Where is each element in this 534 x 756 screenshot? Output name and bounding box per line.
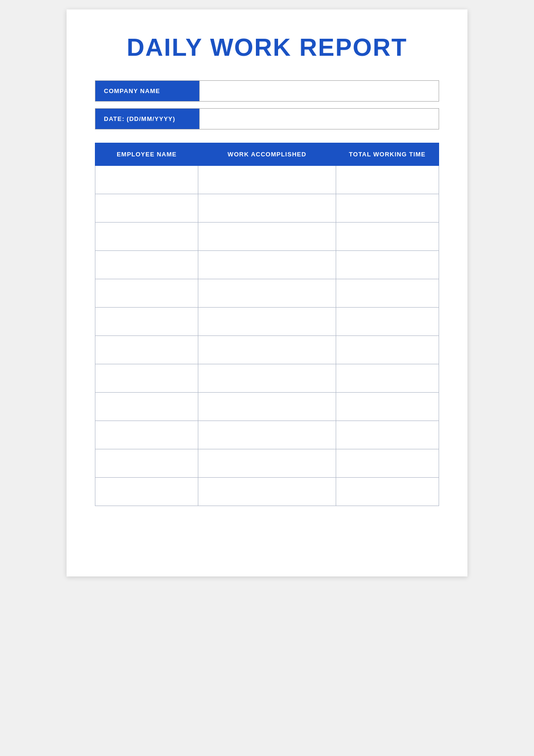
cell-employee[interactable]	[95, 279, 198, 308]
cell-time[interactable]	[336, 336, 439, 364]
cell-time[interactable]	[336, 364, 439, 393]
cell-employee[interactable]	[95, 393, 198, 421]
cell-work[interactable]	[198, 478, 336, 506]
cell-time[interactable]	[336, 449, 439, 478]
header-employee-name: EMPLOYEE NAME	[95, 143, 198, 166]
cell-work[interactable]	[198, 308, 336, 336]
cell-employee[interactable]	[95, 336, 198, 364]
table-row	[95, 166, 439, 194]
table-row	[95, 449, 439, 478]
table-row	[95, 364, 439, 393]
cell-time[interactable]	[336, 223, 439, 251]
table-row	[95, 279, 439, 308]
table-row	[95, 223, 439, 251]
date-row: DATE: (DD/MM/YYYY)	[95, 108, 439, 129]
cell-work[interactable]	[198, 194, 336, 223]
cell-employee[interactable]	[95, 223, 198, 251]
page-title: DAILY WORK REPORT	[95, 33, 439, 61]
cell-work[interactable]	[198, 279, 336, 308]
cell-work[interactable]	[198, 364, 336, 393]
cell-time[interactable]	[336, 279, 439, 308]
cell-work[interactable]	[198, 421, 336, 449]
cell-employee[interactable]	[95, 251, 198, 279]
work-table: EMPLOYEE NAME WORK ACCOMPLISHED TOTAL WO…	[95, 143, 439, 506]
cell-employee[interactable]	[95, 478, 198, 506]
cell-work[interactable]	[198, 223, 336, 251]
date-value[interactable]	[199, 109, 439, 129]
table-row	[95, 251, 439, 279]
cell-time[interactable]	[336, 393, 439, 421]
cell-employee[interactable]	[95, 449, 198, 478]
table-row	[95, 478, 439, 506]
cell-employee[interactable]	[95, 308, 198, 336]
cell-employee[interactable]	[95, 166, 198, 194]
table-header-row: EMPLOYEE NAME WORK ACCOMPLISHED TOTAL WO…	[95, 143, 439, 166]
header-total-working-time: TOTAL WORKING TIME	[336, 143, 439, 166]
cell-work[interactable]	[198, 336, 336, 364]
header-work-accomplished: WORK ACCOMPLISHED	[198, 143, 336, 166]
info-section: COMPANY NAME DATE: (DD/MM/YYYY)	[95, 80, 439, 129]
cell-employee[interactable]	[95, 194, 198, 223]
cell-employee[interactable]	[95, 364, 198, 393]
table-row	[95, 308, 439, 336]
cell-time[interactable]	[336, 308, 439, 336]
cell-employee[interactable]	[95, 421, 198, 449]
company-value[interactable]	[199, 81, 439, 101]
company-label: COMPANY NAME	[95, 81, 199, 101]
date-label: DATE: (DD/MM/YYYY)	[95, 109, 199, 129]
cell-work[interactable]	[198, 393, 336, 421]
cell-work[interactable]	[198, 449, 336, 478]
cell-time[interactable]	[336, 478, 439, 506]
cell-time[interactable]	[336, 251, 439, 279]
cell-time[interactable]	[336, 421, 439, 449]
cell-work[interactable]	[198, 251, 336, 279]
table-row	[95, 393, 439, 421]
cell-time[interactable]	[336, 194, 439, 223]
table-row	[95, 194, 439, 223]
company-row: COMPANY NAME	[95, 80, 439, 102]
table-row	[95, 421, 439, 449]
report-page: DAILY WORK REPORT COMPANY NAME DATE: (DD…	[67, 9, 467, 576]
cell-time[interactable]	[336, 166, 439, 194]
table-row	[95, 336, 439, 364]
cell-work[interactable]	[198, 166, 336, 194]
